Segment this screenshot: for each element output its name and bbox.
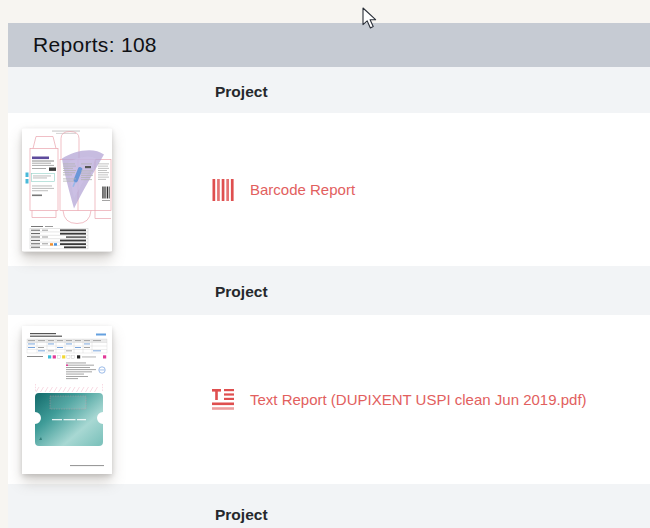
project-column-header: Project: [8, 266, 650, 315]
report-thumbnail-artwork[interactable]: [22, 128, 112, 251]
report-link-label: Barcode Report: [250, 181, 355, 198]
text-report-icon: [212, 389, 234, 411]
project-column-label: Project: [215, 506, 268, 524]
report-link-label: Text Report (DUPIXENT USPI clean Jun 201…: [250, 391, 587, 408]
project-column-label: Project: [215, 283, 268, 301]
reports-count-header: Reports: 108: [8, 23, 650, 67]
arrow-cursor-icon: [362, 7, 382, 30]
reports-page: Reports: 108 Project: [0, 0, 650, 528]
report-link-barcode[interactable]: Barcode Report: [212, 179, 355, 201]
reports-count-label: Reports: 108: [33, 33, 157, 57]
report-link-text[interactable]: Text Report (DUPIXENT USPI clean Jun 201…: [212, 389, 587, 411]
report-row-text: Text Report (DUPIXENT USPI clean Jun 201…: [8, 315, 650, 484]
project-column-header: Project: [8, 67, 650, 113]
project-column-label: Project: [215, 83, 268, 101]
project-column-header: Project: [8, 484, 650, 528]
report-thumbnail-document[interactable]: [22, 326, 112, 474]
barcode-icon: [212, 179, 234, 201]
report-row-barcode: Barcode Report: [8, 113, 650, 266]
